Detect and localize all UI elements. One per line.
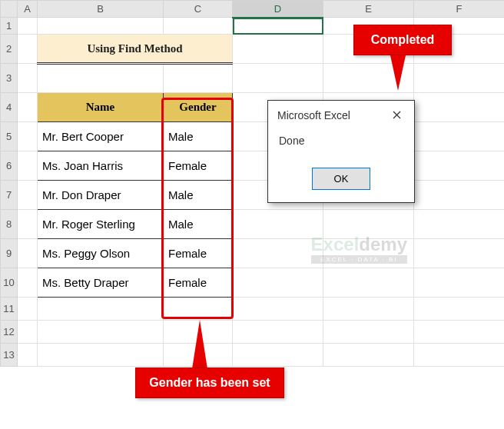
cell-C1[interactable] — [164, 18, 233, 35]
cell-B10[interactable]: Ms. Betty Draper — [38, 268, 164, 298]
row-header-13[interactable]: 13 — [1, 344, 18, 367]
cell-E8[interactable] — [323, 210, 414, 239]
callout-gender-set: Gender has been set — [135, 367, 284, 398]
cell-A7[interactable] — [18, 181, 38, 210]
col-header-A[interactable]: A — [18, 1, 38, 18]
cell-F13[interactable] — [414, 344, 505, 367]
col-header-D[interactable]: D — [233, 1, 323, 18]
title-cell[interactable]: Using Find Method — [38, 35, 233, 64]
row-header-8[interactable]: 8 — [1, 210, 18, 239]
cell-E9[interactable] — [323, 239, 414, 268]
cell-A2[interactable] — [18, 35, 38, 64]
cell-B1[interactable] — [38, 18, 164, 35]
select-all-corner[interactable] — [1, 1, 18, 18]
dialog-message: Done — [268, 127, 414, 161]
cell-D1[interactable] — [233, 18, 323, 35]
cell-A12[interactable] — [18, 321, 38, 344]
column-headers: A B C D E F — [1, 1, 505, 18]
cell-B6[interactable]: Ms. Joan Harris — [38, 151, 164, 181]
cell-E13[interactable] — [323, 344, 414, 367]
cell-C10[interactable]: Female — [164, 268, 233, 298]
header-gender[interactable]: Gender — [164, 93, 233, 122]
cell-A8[interactable] — [18, 210, 38, 239]
cell-B7[interactable]: Mr. Don Draper — [38, 181, 164, 210]
row-header-10[interactable]: 10 — [1, 268, 18, 298]
cell-B8[interactable]: Mr. Roger Sterling — [38, 210, 164, 239]
cell-C3[interactable] — [164, 64, 233, 93]
cell-F3[interactable] — [414, 64, 505, 93]
cell-F12[interactable] — [414, 321, 505, 344]
cell-A3[interactable] — [18, 64, 38, 93]
cell-D2[interactable] — [233, 35, 323, 64]
cell-C6[interactable]: Female — [164, 151, 233, 181]
row-header-5[interactable]: 5 — [1, 122, 18, 151]
cell-C5[interactable]: Male — [164, 122, 233, 151]
cell-A6[interactable] — [18, 151, 38, 181]
cell-D3[interactable] — [233, 64, 323, 93]
cell-D10[interactable] — [233, 268, 323, 298]
col-header-C[interactable]: C — [164, 1, 233, 18]
cell-E12[interactable] — [323, 321, 414, 344]
cell-B3[interactable] — [38, 64, 164, 93]
cell-E11[interactable] — [323, 298, 414, 321]
cell-B12[interactable] — [38, 321, 164, 344]
cell-F4[interactable] — [414, 93, 505, 122]
cell-D12[interactable] — [233, 321, 323, 344]
cell-A5[interactable] — [18, 122, 38, 151]
close-icon — [393, 111, 401, 119]
cell-C7[interactable]: Male — [164, 181, 233, 210]
cell-C8[interactable]: Male — [164, 210, 233, 239]
cell-C9[interactable]: Female — [164, 239, 233, 268]
cell-D8[interactable] — [233, 210, 323, 239]
cell-B9[interactable]: Ms. Peggy Olson — [38, 239, 164, 268]
row-header-1[interactable]: 1 — [1, 18, 18, 35]
cell-F7[interactable] — [414, 181, 505, 210]
dialog-title: Microsoft Excel — [277, 109, 350, 121]
col-header-F[interactable]: F — [414, 1, 505, 18]
row-header-7[interactable]: 7 — [1, 181, 18, 210]
cell-D9[interactable] — [233, 239, 323, 268]
callout-bottom-tail — [192, 320, 207, 369]
row-header-6[interactable]: 6 — [1, 151, 18, 181]
cell-D13[interactable] — [233, 344, 323, 367]
callout-completed: Completed — [353, 25, 452, 55]
cell-A4[interactable] — [18, 93, 38, 122]
row-header-12[interactable]: 12 — [1, 321, 18, 344]
row-header-3[interactable]: 3 — [1, 64, 18, 93]
cell-D11[interactable] — [233, 298, 323, 321]
dialog-titlebar: Microsoft Excel — [268, 101, 414, 127]
cell-A11[interactable] — [18, 298, 38, 321]
col-header-B[interactable]: B — [38, 1, 164, 18]
row-header-11[interactable]: 11 — [1, 298, 18, 321]
cell-F6[interactable] — [414, 151, 505, 181]
row-header-2[interactable]: 2 — [1, 35, 18, 64]
ok-button[interactable]: OK — [312, 168, 371, 190]
cell-B13[interactable] — [38, 344, 164, 367]
close-button[interactable] — [385, 107, 408, 124]
header-name[interactable]: Name — [38, 93, 164, 122]
cell-C11[interactable] — [164, 298, 233, 321]
cell-A10[interactable] — [18, 268, 38, 298]
dialog-footer: OK — [268, 161, 414, 196]
callout-completed-tail — [390, 55, 406, 91]
cell-B5[interactable]: Mr. Bert Cooper — [38, 122, 164, 151]
cell-F9[interactable] — [414, 239, 505, 268]
row-header-9[interactable]: 9 — [1, 239, 18, 268]
cell-F8[interactable] — [414, 210, 505, 239]
cell-F10[interactable] — [414, 268, 505, 298]
cell-B11[interactable] — [38, 298, 164, 321]
row-header-4[interactable]: 4 — [1, 93, 18, 122]
cell-F11[interactable] — [414, 298, 505, 321]
cell-F5[interactable] — [414, 122, 505, 151]
messagebox-dialog: Microsoft Excel Done OK — [267, 100, 415, 203]
cell-E10[interactable] — [323, 268, 414, 298]
col-header-E[interactable]: E — [323, 1, 414, 18]
cell-A13[interactable] — [18, 344, 38, 367]
cell-A1[interactable] — [18, 18, 38, 35]
cell-A9[interactable] — [18, 239, 38, 268]
